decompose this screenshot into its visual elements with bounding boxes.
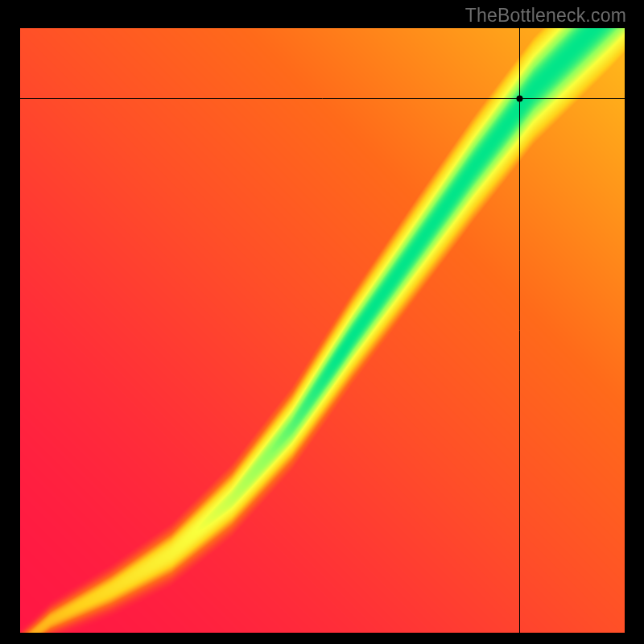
watermark-text: TheBottleneck.com	[465, 5, 626, 27]
heatmap-canvas	[20, 28, 625, 633]
heatmap-plot	[20, 28, 625, 633]
